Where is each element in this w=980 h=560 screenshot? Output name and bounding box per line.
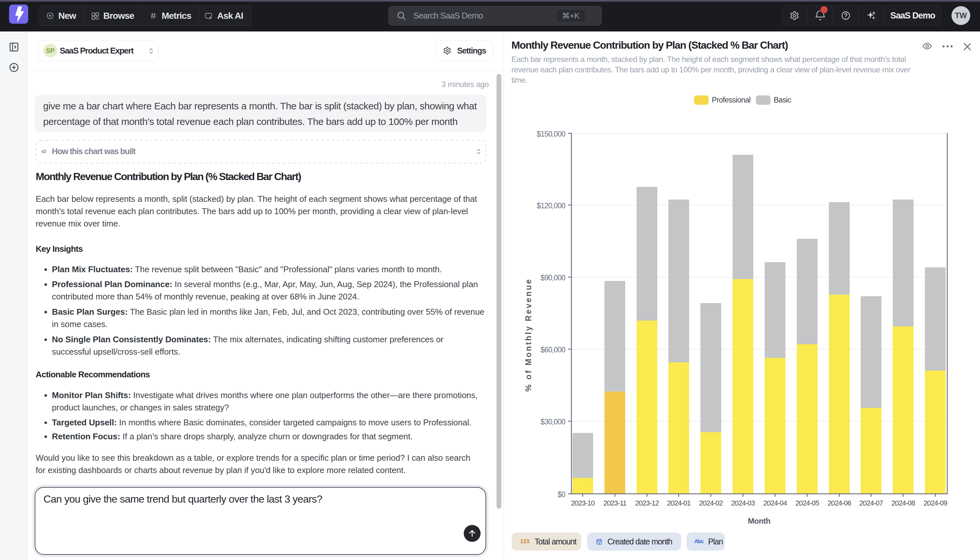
svg-text:% of Monthly Revenue: % of Monthly Revenue [524,278,533,392]
svg-text:$150,000: $150,000 [537,130,565,138]
svg-text:$60,000: $60,000 [541,345,565,354]
svg-text:2024-05: 2024-05 [796,499,819,507]
svg-text:2024-08: 2024-08 [892,499,915,507]
svg-text:2024-09: 2024-09 [924,499,947,507]
svg-text:$30,000: $30,000 [541,418,565,426]
svg-text:$90,000: $90,000 [541,273,565,282]
svg-text:$120,000: $120,000 [537,202,565,210]
svg-text:Month: Month [748,517,770,525]
svg-text:2023-11: 2023-11 [603,499,627,507]
svg-text:2024-04: 2024-04 [763,499,787,507]
svg-text:2024-07: 2024-07 [859,499,883,507]
svg-text:2024-02: 2024-02 [699,499,723,507]
svg-text:2023-12: 2023-12 [635,499,659,507]
svg-text:$0: $0 [558,490,565,499]
svg-text:2023-10: 2023-10 [571,499,595,507]
svg-text:2024-06: 2024-06 [827,499,851,507]
svg-text:2024-01: 2024-01 [667,499,691,507]
svg-text:2024-03: 2024-03 [731,499,755,507]
